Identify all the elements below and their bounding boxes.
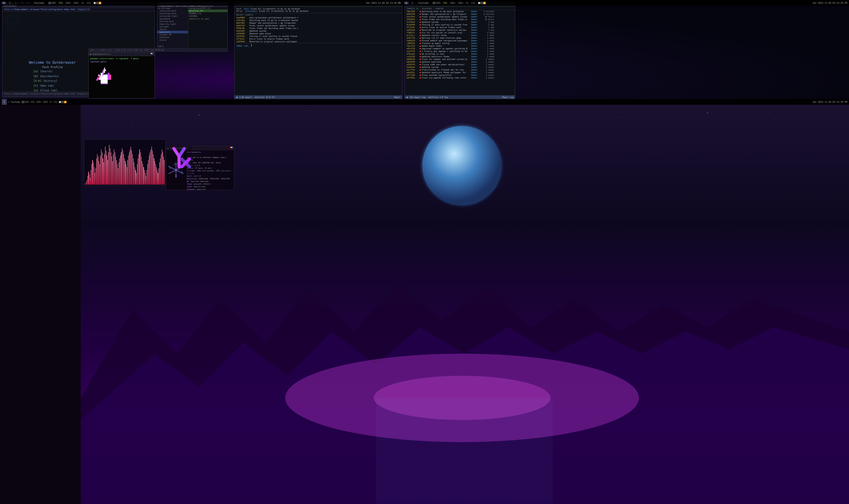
folder-item[interactable]: ▶ald-hope [157, 7, 188, 10]
log-row[interactable]: b3c77de ● Transitioned to flatpak obs fo… [405, 69, 515, 71]
vis-bar [163, 152, 163, 184]
bottom-ws-tag[interactable]: 1 [2, 99, 7, 105]
commit-hash: a958d60 [236, 33, 249, 35]
log-bullet: ● [420, 66, 421, 68]
folder-item[interactable]: selenized-light [157, 15, 188, 17]
folder-item[interactable]: woodland [157, 36, 188, 39]
folder-item[interactable]: windows-95 [157, 33, 188, 36]
log-msg: Testing if auto-cpufreq is system free [422, 24, 470, 26]
vis-bar [137, 164, 138, 184]
log-row[interactable]: ddf3561 ● Fixes org agenda following roa… [405, 76, 515, 79]
log-row[interactable]: 5e5f8fb ● Fixes recent qutebrowser updat… [405, 16, 515, 18]
battery-right: 59% [443, 2, 447, 4]
log-row[interactable]: e569f93 ● Trying some new power optimiza… [405, 63, 515, 66]
net-indicator: 1% [82, 2, 84, 4]
folder-item[interactable]: twilight [157, 25, 188, 28]
info-separator: -------------- [187, 154, 233, 156]
folder-item[interactable]: yousai [157, 39, 188, 41]
log-bullet: ● [420, 77, 421, 79]
log-row[interactable]: a265de8 ● Reverted to original uwunicorn… [405, 29, 515, 31]
workspace-tag-1[interactable]: 1 [2, 2, 6, 4]
log-row[interactable]: cefd230 ● Updated uwunicorn theme Emmet … [405, 55, 515, 58]
workspace-tag-5[interactable]: 5 [26, 2, 30, 4]
log-row[interactable]: f280f3c ● Fix for nix parser on install.… [405, 31, 515, 34]
log-row[interactable]: bc315cc ● Updated install notes Emmet 1 … [405, 34, 515, 37]
log-hash: 5a6bb19 [407, 40, 419, 42]
folder-item[interactable]: selenized-dark [157, 10, 188, 12]
log-row[interactable]: b0b9d40 ● Updated pyprland Emmet 2 weeks [405, 60, 515, 63]
url-bar[interactable]: file:///home/emmet/.browser/Tech/config/… [2, 7, 155, 12]
log-row[interactable]: d377190 ● Fixes youtube hyprprofile Emme… [405, 74, 515, 76]
log-author: Emmet [471, 32, 481, 34]
commit-row[interactable]: 5af93d2 Testing if auto-cpufreq is syste… [235, 35, 402, 38]
workspace-tag-4[interactable]: 4 [20, 2, 24, 4]
log-bullet: ● [420, 64, 421, 66]
folder-item-selected[interactable]: uwunicorn [157, 31, 188, 33]
net-right: 1% [466, 2, 469, 4]
commit-row[interactable]: 8760c8b Fixes flake not building when fl… [235, 27, 402, 30]
log-row[interactable]: e811f28 ● Improved comment on agenda syn… [405, 47, 515, 50]
uptime-value: 19 hours, 35 mins [195, 167, 212, 169]
log-row[interactable]: 5a6bb19 ● Pinned embark and reorganized … [405, 39, 515, 42]
folder-item[interactable]: tomorrow-night [157, 23, 188, 25]
log-author: Emmet [471, 18, 481, 21]
commit-row[interactable]: a958d60 Removed some bloat [235, 32, 402, 35]
file-item[interactable]: LICENSE [188, 15, 228, 17]
log-row[interactable]: 0cb6d58 ● Testing if auto-cpufreq is sys… [405, 23, 515, 26]
commit-row[interactable]: 0b9f683 Ranger dnd optimization + qb fil… [235, 22, 402, 24]
welcome-section: Welcome to Qutebrowser Tech Profile [29, 60, 76, 69]
workspace-tag-3[interactable]: 3 [14, 2, 18, 4]
log-row[interactable]: 2774c0c ● Extra lines to ensure flakes w… [405, 26, 515, 29]
workspace-tag-2[interactable]: 2 [8, 2, 12, 4]
menu-search[interactable]: [o] [Search] [33, 69, 59, 74]
file-item[interactable]: backgrounds256.txt [188, 7, 228, 10]
commit-row[interactable]: dee0888 main gitea/main gitlab/main gith… [235, 16, 402, 19]
vis-bar [147, 164, 148, 184]
commit-row[interactable]: a2658e0 Reverted to original uwunicorn w… [235, 40, 402, 43]
log-row[interactable]: 3d47f18 ● Getting rid of some electron p… [405, 37, 515, 39]
folder-item[interactable]: selenized-dark [157, 12, 188, 15]
log-row[interactable]: 5a94da4 ● Updated system Emmet 2 weeks [405, 66, 515, 69]
commit-row[interactable]: 2774c0c Extra lines to ensure flakes wor… [235, 38, 402, 40]
menu-newtab[interactable]: [t] [New tab] [33, 84, 59, 88]
log-row[interactable]: 499df84 ● Ranger dnd optimization + qb f… [405, 13, 515, 16]
vis-bar [121, 152, 121, 184]
workspace2-tag-1[interactable]: 1 [404, 2, 408, 4]
bottom-layout-icon: ⊞ [8, 101, 9, 103]
menu-history[interactable]: [S-h] [History] [33, 79, 59, 84]
folder-item[interactable]: ubuntu [157, 28, 188, 31]
log-row[interactable]: e4e563c ● Updated uwunicorn theme wallpa… [405, 71, 515, 74]
log-author: Emmet [471, 24, 481, 26]
log-row[interactable]: 5959656 ● Fixes flake not building when … [405, 18, 515, 21]
neofetch-controls [230, 147, 233, 148]
log-bullet: ● [420, 42, 421, 44]
commit-row[interactable]: bbd2d43 Updated system [235, 30, 402, 32]
commit-row[interactable]: ef0c58a Switching back to gh as screensh… [235, 19, 402, 22]
log-row[interactable]: f0af124 ● Added magit-todos Emmet 1 week [405, 44, 515, 47]
log-hash: 499df84 [407, 13, 419, 15]
log-row[interactable]: f9bc83b ● Switching back to gh main gith… [405, 10, 515, 13]
log-hash: 5a94da4 [407, 66, 419, 68]
log-author: Emmet [471, 61, 481, 63]
commit-row[interactable]: 44b5fe9 Fixes recent qutebrowser update … [235, 24, 402, 27]
log-msg: Updated system [422, 66, 470, 68]
file-item-selected[interactable]: polarity.txt [188, 10, 228, 12]
log-row[interactable]: df4eeeb ● 3d printing is cool Emmet 1 we… [405, 53, 515, 55]
log-row[interactable]: 5af93d2 ● Updated system Emmet 1 day [405, 21, 515, 23]
folder-item[interactable]: spacedusk [157, 17, 188, 20]
log-msg: Fixes flake not building when flake.ni [422, 18, 470, 21]
file-item[interactable]: README.org [188, 12, 228, 15]
log-time: 2 weeks [482, 58, 494, 60]
log-row[interactable]: c060535 ● Cleaned up magit config Emmet … [405, 42, 515, 44]
menu-quickmarks[interactable]: [b] [Quickmarks] [33, 74, 59, 79]
file-item[interactable]: uwunicorn-yt.yaml [188, 17, 228, 20]
res-value: 2560x1440, 1920x1200, 1920x1200 [199, 178, 230, 180]
workspace2-tag-2[interactable]: 2 [410, 2, 414, 4]
commits-label: Recent commits [236, 14, 253, 16]
log-row[interactable]: e1e7253 ● I finally got agenda + syncthi… [405, 50, 515, 53]
log-row[interactable]: b068d28 ● Fixes for waybar and patched c… [405, 58, 515, 60]
vis-bar [162, 149, 162, 184]
vis-bar [163, 157, 164, 184]
folder-item[interactable]: startup-dark [157, 20, 188, 23]
info-terminal: Terminal: alacritty [187, 188, 233, 190]
